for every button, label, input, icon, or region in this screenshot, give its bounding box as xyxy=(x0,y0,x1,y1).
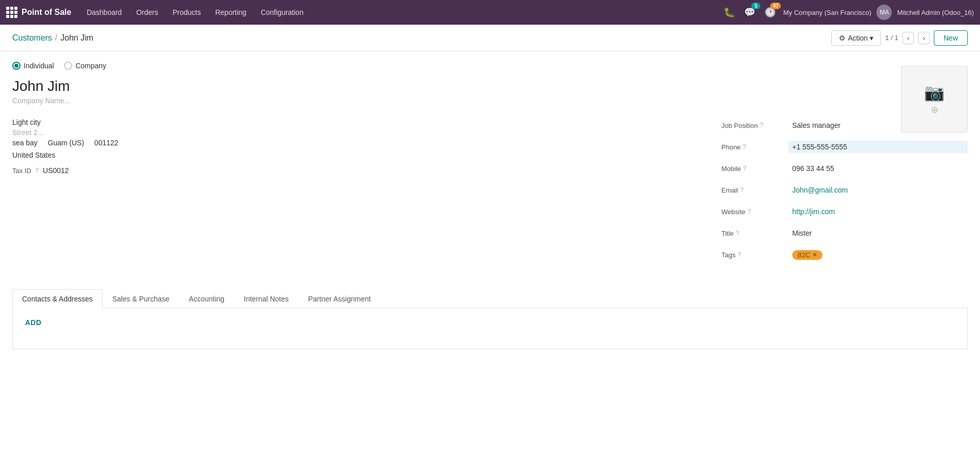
grid-icon xyxy=(6,7,17,18)
next-page-button[interactable]: › xyxy=(918,32,930,44)
title-label: Title ? xyxy=(721,230,788,237)
prev-page-button[interactable]: ‹ xyxy=(903,32,914,44)
street2-field[interactable]: Street 2... xyxy=(12,128,701,137)
nav-configuration[interactable]: Configuration xyxy=(253,0,310,25)
breadcrumb-parent[interactable]: Customers xyxy=(12,33,52,43)
tab-partner[interactable]: Partner Assignment xyxy=(299,289,381,308)
bug-icon[interactable]: 🐛 xyxy=(721,5,737,20)
top-navigation: Point of Sale Dashboard Orders Products … xyxy=(0,0,980,25)
tab-accounting[interactable]: Accounting xyxy=(179,289,234,308)
tab-content: ADD xyxy=(12,308,968,349)
company-radio-circle xyxy=(64,62,72,70)
website-value[interactable]: http://jim.com xyxy=(788,205,968,218)
job-position-help[interactable]: ? xyxy=(760,122,763,129)
tag-b2c: B2C ✕ xyxy=(792,250,822,260)
city-field[interactable]: sea bay xyxy=(12,138,37,148)
website-row: Website ? http://jim.com xyxy=(721,203,968,220)
email-row: Email ? John@gmail.com xyxy=(721,182,968,198)
breadcrumb-actions: ⚙ Action ▾ 1 / 1 ‹ › New xyxy=(831,30,968,46)
website-help[interactable]: ? xyxy=(748,208,751,215)
main-content: Individual Company John Jim Company Name… xyxy=(0,51,980,454)
tag-remove-button[interactable]: ✕ xyxy=(812,251,817,258)
individual-radio-circle xyxy=(12,62,21,70)
individual-radio[interactable]: Individual xyxy=(12,62,54,70)
mobile-label: Mobile ? xyxy=(721,165,788,173)
nav-orders[interactable]: Orders xyxy=(129,0,165,25)
tags-label: Tags ? xyxy=(721,251,788,259)
company-radio[interactable]: Company xyxy=(64,62,106,70)
mobile-help[interactable]: ? xyxy=(743,165,747,172)
breadcrumb-bar: Customers / John Jim ⚙ Action ▾ 1 / 1 ‹ … xyxy=(0,25,980,51)
address-section: Light city Street 2... sea bay Guam (US)… xyxy=(12,117,701,268)
title-row: Title ? Mister xyxy=(721,225,968,241)
contact-fields: Job Position ? Sales manager Phone ? +1 … xyxy=(721,117,968,268)
zip-field[interactable]: 001122 xyxy=(94,138,119,148)
website-label: Website ? xyxy=(721,208,788,216)
user-name: Mitchell Admin (Odoo_16) xyxy=(897,9,974,16)
street1-field[interactable]: Light city xyxy=(12,117,701,127)
customer-name[interactable]: John Jim xyxy=(12,78,968,94)
tabs-bar: Contacts & Addresses Sales & Purchase Ac… xyxy=(12,289,968,308)
tax-id-value[interactable]: US0012 xyxy=(43,166,69,175)
action-button[interactable]: ⚙ Action ▾ xyxy=(831,30,881,46)
tags-value: B2C ✕ xyxy=(788,248,968,262)
tags-help[interactable]: ? xyxy=(737,251,741,258)
type-selector: Individual Company xyxy=(12,62,968,70)
nav-reporting[interactable]: Reporting xyxy=(208,0,253,25)
tab-sales[interactable]: Sales & Purchase xyxy=(103,289,179,308)
nav-menu: Dashboard Orders Products Reporting Conf… xyxy=(80,0,720,25)
breadcrumb: Customers / John Jim xyxy=(12,33,93,43)
pagination: 1 / 1 xyxy=(885,34,898,42)
title-help[interactable]: ? xyxy=(736,230,739,237)
tab-notes[interactable]: Internal Notes xyxy=(234,289,298,308)
title-value[interactable]: Mister xyxy=(788,227,968,239)
phone-row: Phone ? +1 555-555-5555 xyxy=(721,139,968,155)
nav-dashboard[interactable]: Dashboard xyxy=(80,0,129,25)
company-name: My Company (San Francisco) xyxy=(783,9,871,16)
tab-contacts[interactable]: Contacts & Addresses xyxy=(12,289,103,308)
email-help[interactable]: ? xyxy=(740,186,744,194)
mobile-row: Mobile ? 096 33 44 55 xyxy=(721,160,968,177)
clock-badge: 47 xyxy=(770,3,781,9)
new-button[interactable]: New xyxy=(934,30,968,46)
job-position-label: Job Position ? xyxy=(721,122,788,129)
chat-icon[interactable]: 💬 5 xyxy=(742,5,757,20)
gear-icon: ⚙ xyxy=(839,34,846,42)
mobile-value[interactable]: 096 33 44 55 xyxy=(788,162,968,175)
form-body: Light city Street 2... sea bay Guam (US)… xyxy=(12,117,968,268)
city-state-zip-row: sea bay Guam (US) 001122 xyxy=(12,138,701,149)
tax-help-icon[interactable]: ? xyxy=(35,167,39,174)
chevron-down-icon: ▾ xyxy=(870,34,873,42)
avatar-upload[interactable]: 📷⊕ xyxy=(901,66,968,133)
chat-badge: 5 xyxy=(751,3,760,9)
state-field[interactable]: Guam (US) xyxy=(48,138,84,148)
tax-row: Tax ID ? US0012 xyxy=(12,166,701,175)
email-label: Email ? xyxy=(721,186,788,194)
phone-label: Phone ? xyxy=(721,143,788,151)
breadcrumb-separator: / xyxy=(55,33,57,43)
email-value[interactable]: John@gmail.com xyxy=(788,184,968,196)
company-name-field[interactable]: Company Name... xyxy=(12,97,968,105)
clock-icon[interactable]: 🕐 47 xyxy=(762,5,778,20)
camera-icon: 📷⊕ xyxy=(924,83,945,116)
app-logo[interactable]: Point of Sale xyxy=(6,7,71,18)
tags-row: Tags ? B2C ✕ xyxy=(721,247,968,263)
nav-right: 🐛 💬 5 🕐 47 My Company (San Francisco) MA… xyxy=(721,5,974,20)
app-name: Point of Sale xyxy=(22,8,71,17)
phone-value[interactable]: +1 555-555-5555 xyxy=(788,141,968,153)
country-field[interactable]: United States xyxy=(12,150,701,160)
avatar-area: 📷⊕ xyxy=(901,66,968,133)
avatar[interactable]: MA xyxy=(876,5,892,20)
add-button[interactable]: ADD xyxy=(25,318,42,327)
nav-products[interactable]: Products xyxy=(165,0,208,25)
phone-help[interactable]: ? xyxy=(743,143,747,150)
breadcrumb-current: John Jim xyxy=(61,33,93,43)
